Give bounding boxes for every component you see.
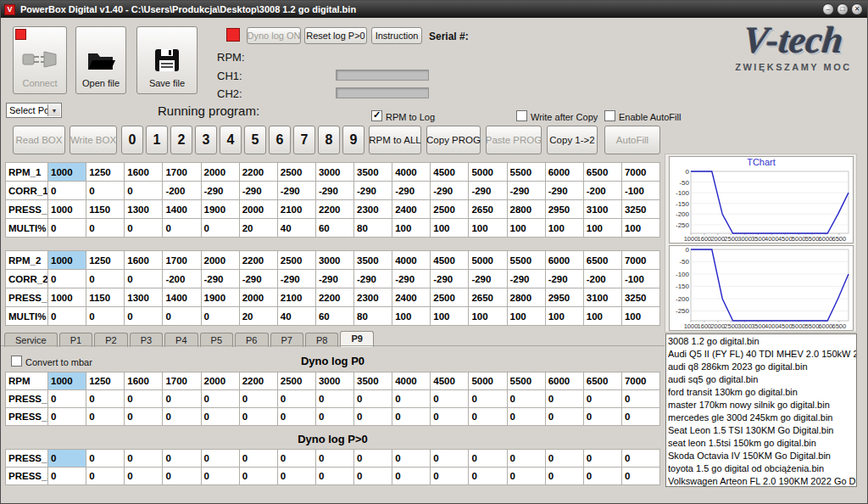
grid-cell[interactable]: 0 — [125, 390, 163, 408]
grid-cell[interactable]: 0 — [48, 468, 86, 485]
grid-cell[interactable]: 0 — [315, 468, 353, 485]
grid-cell[interactable]: 0 — [354, 450, 392, 468]
grid-cell[interactable]: 2200 — [239, 372, 277, 390]
grid-cell[interactable]: 0 — [201, 219, 239, 238]
grid-cell[interactable]: 4000 — [392, 251, 431, 270]
grid-cell[interactable]: 0 — [163, 408, 201, 426]
grid-cell[interactable]: 0 — [315, 390, 353, 408]
file-list-item[interactable]: master 170km nowy silnik go digital.bin — [668, 399, 856, 412]
grid-cell[interactable]: 0 — [392, 408, 431, 426]
grid-cell[interactable]: 100 — [621, 219, 659, 238]
grid-cell[interactable]: 2100 — [277, 200, 315, 219]
grid-cell[interactable]: -290 — [431, 182, 469, 200]
copy-1-to-2-button[interactable]: Copy 1->2 — [547, 126, 598, 154]
file-list-item[interactable]: mercedes gle 300d 245km go digital.bin — [668, 412, 856, 424]
autofill-button[interactable]: AutoFill — [604, 126, 660, 154]
grid-cell[interactable]: 2000 — [201, 163, 239, 182]
grid-cell[interactable]: 2400 — [392, 200, 431, 219]
grid-cell[interactable]: -290 — [507, 182, 545, 200]
chevron-down-icon[interactable]: ▼ — [47, 104, 60, 116]
grid-cell[interactable]: 6000 — [545, 163, 583, 182]
title-bar[interactable]: V PowerBox Digital v1.40 - C:\Users\Prod… — [1, 1, 867, 18]
grid-cell[interactable]: -290 — [277, 270, 315, 288]
grid-cell[interactable]: 0 — [507, 468, 545, 485]
grid-cell[interactable]: -290 — [354, 270, 392, 288]
grid-cell[interactable]: -290 — [315, 270, 353, 288]
grid-cell[interactable]: 0 — [507, 450, 545, 468]
grid-cell[interactable]: 100 — [545, 307, 583, 326]
grid-cell[interactable]: 2100 — [277, 288, 315, 307]
grid-cell[interactable]: 0 — [277, 450, 315, 468]
grid-cell[interactable]: 1300 — [125, 288, 163, 307]
grid-cell[interactable]: -200 — [163, 270, 201, 288]
grid-cell[interactable]: 80 — [354, 307, 392, 326]
grid-cell[interactable]: 2650 — [469, 288, 507, 307]
file-list-item[interactable]: toyota 1.5 go digital od obciążenia.bin — [668, 462, 856, 475]
grid-cell[interactable]: 1250 — [86, 163, 125, 182]
grid-cell[interactable]: 0 — [507, 408, 545, 426]
grid-cell[interactable]: 3000 — [315, 372, 353, 390]
grid-cell[interactable]: 2500 — [431, 200, 469, 219]
grid-cell[interactable]: 2000 — [239, 200, 277, 219]
grid-cell[interactable]: 0 — [469, 468, 507, 485]
grid-cell[interactable]: 0 — [125, 270, 163, 288]
grid-cell[interactable]: 1150 — [86, 288, 125, 307]
grid-cell[interactable]: -290 — [431, 270, 469, 288]
grid-cell[interactable]: 100 — [469, 307, 507, 326]
grid-cell[interactable]: 0 — [201, 307, 239, 326]
digit-button-5[interactable]: 5 — [244, 126, 266, 154]
grid-cell[interactable]: 0 — [354, 468, 392, 485]
grid-cell[interactable]: 0 — [239, 408, 277, 426]
grid-cell[interactable]: 0 — [621, 468, 659, 485]
grid-cell[interactable]: 0 — [621, 408, 659, 426]
grid-cell[interactable]: 4000 — [392, 372, 431, 390]
grid-cell[interactable]: 3000 — [315, 251, 353, 270]
grid-cell[interactable]: 2200 — [315, 200, 353, 219]
grid-cell[interactable]: 0 — [48, 219, 86, 238]
grid-cell[interactable]: 100 — [583, 307, 621, 326]
grid-cell[interactable]: 2200 — [315, 288, 353, 307]
save-file-button[interactable]: Save file — [136, 26, 198, 94]
grid-cell[interactable]: 1900 — [201, 200, 239, 219]
grid-cell[interactable]: -290 — [239, 270, 277, 288]
grid-cell[interactable]: 2300 — [354, 200, 392, 219]
grid-cell[interactable]: 60 — [315, 219, 353, 238]
grid-cell[interactable]: 0 — [163, 219, 201, 238]
grid-cell[interactable]: 100 — [507, 219, 545, 238]
file-list-item[interactable]: Skoda Octavia IV 150KM Go Digital.bin — [668, 450, 856, 462]
grid-cell[interactable]: 0 — [315, 408, 353, 426]
file-list-item[interactable]: ford transit 130km go digital.bin — [668, 386, 856, 399]
grid-cell[interactable]: 2800 — [507, 288, 545, 307]
file-list-item[interactable]: Seat Leon 1.5 TSI 130KM Go Digital.bin — [668, 424, 856, 437]
grid-cell[interactable]: 3250 — [621, 200, 659, 219]
dyno-log-on-button[interactable]: Dyno log ON — [247, 27, 301, 44]
write-after-copy-checkbox[interactable] — [516, 110, 527, 121]
grid-cell[interactable]: 0 — [239, 468, 277, 485]
digit-button-3[interactable]: 3 — [195, 126, 217, 154]
grid-cell[interactable]: 5500 — [507, 163, 545, 182]
grid-cell[interactable]: 1700 — [163, 372, 201, 390]
grid-cell[interactable]: 3000 — [315, 163, 353, 182]
grid-cell[interactable]: 0 — [125, 182, 163, 200]
grid-cell[interactable]: 2500 — [431, 288, 469, 307]
grid-cell[interactable]: 0 — [431, 408, 469, 426]
minimize-button[interactable]: – — [822, 3, 834, 15]
grid-cell[interactable]: 0 — [239, 450, 277, 468]
file-list[interactable]: 3008 1.2 go digital.binAudi Q5 II (FY FL… — [665, 333, 857, 487]
grid-cell[interactable]: -290 — [545, 182, 583, 200]
grid-cell[interactable]: 0 — [125, 450, 163, 468]
grid-cell[interactable]: 0 — [86, 270, 125, 288]
grid-cell[interactable]: 2500 — [277, 163, 315, 182]
file-list-item[interactable]: Audi Q5 II (FY FL) 40 TDI MHEV 2.0 150kW… — [668, 348, 856, 361]
grid-cell[interactable]: 0 — [621, 450, 659, 468]
digit-button-1[interactable]: 1 — [146, 126, 168, 154]
grid-cell[interactable]: -290 — [469, 270, 507, 288]
grid-cell[interactable]: 1000 — [48, 372, 86, 390]
file-list-item[interactable]: Volkswagen Arteon FL 2.0 190KM 2022 Go D… — [668, 475, 856, 487]
grid-cell[interactable]: 0 — [545, 390, 583, 408]
digit-button-8[interactable]: 8 — [318, 126, 340, 154]
grid-cell[interactable]: 1250 — [86, 372, 125, 390]
grid-cell[interactable]: -100 — [621, 182, 659, 200]
digit-button-9[interactable]: 9 — [342, 126, 364, 154]
grid-cell[interactable]: 1000 — [48, 288, 86, 307]
